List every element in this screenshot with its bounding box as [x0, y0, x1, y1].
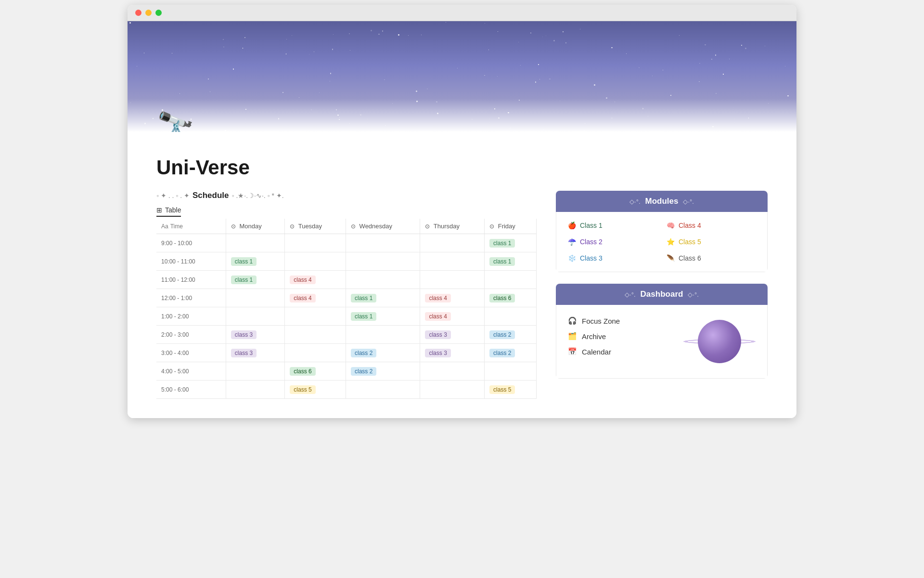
class-cell[interactable]: class 1	[346, 289, 420, 307]
class-cell[interactable]: class 6	[485, 289, 537, 307]
class-cell[interactable]: class 2	[346, 344, 420, 362]
module-item-class6[interactable]: 🪶Class 6	[667, 252, 756, 264]
module-item-class2[interactable]: ☂️Class 2	[568, 236, 657, 248]
class-cell[interactable]	[285, 234, 346, 252]
page-content: 🔭 Uni-Verse ◦ ✦ . . ◦ . ✦ Schedule ◦ .★·…	[128, 21, 796, 418]
class-cell[interactable]	[420, 381, 485, 399]
right-column: ◇·°. Modules ◇·°. 🍎Class 1🧠Class 4☂️Clas…	[556, 191, 768, 390]
class-cell[interactable]	[346, 252, 420, 271]
module-item-class1[interactable]: 🍎Class 1	[568, 220, 657, 231]
class-badge[interactable]: class 3	[231, 330, 257, 339]
class-cell[interactable]: class 3	[420, 326, 485, 344]
dash-emoji: 🗂️	[568, 332, 577, 341]
class-badge[interactable]: class 3	[231, 349, 257, 357]
class-cell[interactable]	[420, 362, 485, 381]
class-cell[interactable]	[420, 252, 485, 271]
class-badge[interactable]: class 2	[351, 367, 376, 376]
class-cell[interactable]: class 2	[485, 344, 537, 362]
class-badge[interactable]: class 4	[425, 294, 450, 302]
class-badge[interactable]: class 4	[425, 312, 450, 321]
close-button[interactable]	[135, 10, 141, 16]
class-badge[interactable]: class 1	[489, 257, 515, 266]
class-cell[interactable]	[346, 234, 420, 252]
class-badge[interactable]: class 1	[351, 294, 376, 302]
class-badge[interactable]: class 1	[351, 312, 376, 321]
class-cell[interactable]	[285, 307, 346, 326]
dash-label: Calendar	[582, 348, 611, 356]
minimize-button[interactable]	[145, 10, 152, 16]
class-cell[interactable]: class 1	[485, 234, 537, 252]
class-cell[interactable]: class 2	[485, 326, 537, 344]
dashboard-title: Dashboard	[641, 289, 683, 299]
class-badge[interactable]: class 3	[425, 349, 450, 357]
module-label: Class 3	[580, 254, 603, 262]
class-cell[interactable]: class 3	[226, 344, 284, 362]
class-cell[interactable]: class 4	[285, 289, 346, 307]
class-cell[interactable]	[346, 326, 420, 344]
class-cell[interactable]	[285, 326, 346, 344]
table-row: 2:00 - 3:00class 3class 3class 2	[156, 326, 537, 344]
class-cell[interactable]: class 3	[420, 344, 485, 362]
table-row: 10:00 - 11:00class 1class 1	[156, 252, 537, 271]
class-cell[interactable]	[420, 234, 485, 252]
class-cell[interactable]	[420, 271, 485, 289]
class-cell[interactable]: class 5	[485, 381, 537, 399]
class-cell[interactable]: class 1	[346, 307, 420, 326]
dashboard-link-focus-zone[interactable]: 🎧Focus Zone	[568, 316, 620, 325]
class-badge[interactable]: class 1	[231, 276, 257, 284]
main-body: Uni-Verse ◦ ✦ . . ◦ . ✦ Schedule ◦ .★·.☽…	[128, 132, 796, 418]
page-title: Uni-Verse	[156, 156, 768, 179]
class-cell[interactable]	[485, 362, 537, 381]
maximize-button[interactable]	[155, 10, 162, 16]
class-cell[interactable]	[226, 234, 284, 252]
class-badge[interactable]: class 4	[290, 276, 315, 284]
class-badge[interactable]: class 1	[489, 239, 515, 248]
class-cell[interactable]	[226, 307, 284, 326]
module-item-class4[interactable]: 🧠Class 4	[667, 220, 756, 231]
class-cell[interactable]	[485, 307, 537, 326]
col-icon: ⊙	[351, 223, 356, 230]
class-cell[interactable]	[485, 271, 537, 289]
modules-grid: 🍎Class 1🧠Class 4☂️Class 2⭐Class 5❄️Class…	[568, 220, 756, 264]
table-row: 1:00 - 2:00class 1class 4	[156, 307, 537, 326]
class-cell[interactable]: class 6	[285, 362, 346, 381]
class-cell[interactable]: class 4	[420, 289, 485, 307]
time-cell: 10:00 - 11:00	[156, 252, 226, 271]
class-badge[interactable]: class 3	[425, 330, 450, 339]
class-cell[interactable]	[226, 289, 284, 307]
class-cell[interactable]	[346, 381, 420, 399]
class-badge[interactable]: class 1	[231, 257, 257, 266]
class-badge[interactable]: class 5	[489, 385, 515, 394]
module-item-class3[interactable]: ❄️Class 3	[568, 252, 657, 264]
class-cell[interactable]: class 1	[485, 252, 537, 271]
class-cell[interactable]: class 5	[285, 381, 346, 399]
time-cell: 11:00 - 12:00	[156, 271, 226, 289]
class-badge[interactable]: class 6	[290, 367, 315, 376]
class-cell[interactable]: class 1	[226, 252, 284, 271]
col-monday: ⊙ Monday	[226, 219, 284, 234]
module-label: Class 4	[679, 222, 701, 229]
dash-emoji: 📅	[568, 347, 577, 356]
class-badge[interactable]: class 5	[290, 385, 315, 394]
class-cell[interactable]: class 4	[420, 307, 485, 326]
class-badge[interactable]: class 2	[351, 349, 376, 357]
dashboard-link-calendar[interactable]: 📅Calendar	[568, 347, 620, 356]
class-badge[interactable]: class 4	[290, 294, 315, 302]
dashboard-link-archive[interactable]: 🗂️Archive	[568, 332, 620, 341]
class-cell[interactable]: class 2	[346, 362, 420, 381]
class-cell[interactable]	[226, 362, 284, 381]
class-cell[interactable]: class 1	[226, 271, 284, 289]
class-badge[interactable]: class 6	[489, 294, 515, 302]
class-cell[interactable]: class 3	[226, 326, 284, 344]
dashboard-deco-left: ◇·°.	[625, 291, 635, 298]
class-cell[interactable]	[226, 381, 284, 399]
dashboard-panel: ◇·°. Dashboard ◇·°. 🎧Focus Zone🗂️Archive…	[556, 284, 768, 379]
class-cell[interactable]: class 4	[285, 271, 346, 289]
dash-label: Archive	[582, 332, 606, 341]
module-item-class5[interactable]: ⭐Class 5	[667, 236, 756, 248]
class-cell[interactable]	[285, 344, 346, 362]
class-cell[interactable]	[285, 252, 346, 271]
class-badge[interactable]: class 2	[489, 330, 515, 339]
class-badge[interactable]: class 2	[489, 349, 515, 357]
class-cell[interactable]	[346, 271, 420, 289]
